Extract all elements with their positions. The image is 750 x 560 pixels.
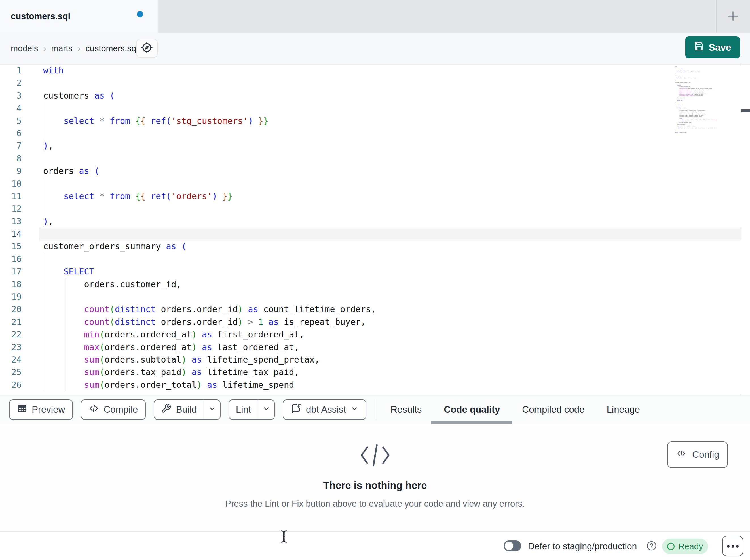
chevron-down-icon xyxy=(208,404,216,415)
line-number: 6 xyxy=(0,127,22,140)
ide-status-badge[interactable]: Ready xyxy=(662,539,708,554)
line-number: 23 xyxy=(0,341,22,353)
code-line[interactable] xyxy=(43,228,673,240)
editor-scrollbar-track xyxy=(741,65,741,395)
code-line[interactable]: count(distinct orders.order_id) as count… xyxy=(43,303,673,315)
empty-state-title: There is nothing here xyxy=(323,480,427,492)
dbt-assist-label: dbt Assist xyxy=(306,404,346,415)
panel-tab-results[interactable]: Results xyxy=(391,395,422,424)
compile-label: Compile xyxy=(103,404,138,415)
dbt-ide-window: customers.sql models›marts›customers.sql xyxy=(0,0,750,560)
line-number: 13 xyxy=(0,215,22,228)
table-icon xyxy=(17,403,27,416)
more-options-button[interactable] xyxy=(722,536,743,556)
chat-sparkle-icon xyxy=(291,403,301,416)
code-line[interactable]: orders as ( xyxy=(43,165,673,177)
scrollbar-thumb[interactable] xyxy=(741,109,750,112)
toggle-knob xyxy=(505,542,513,550)
line-number: 7 xyxy=(0,140,22,152)
tabbar-divider xyxy=(716,0,716,33)
defer-toggle[interactable] xyxy=(504,540,521,551)
line-number: 17 xyxy=(0,265,22,278)
code-line[interactable]: select * from {{ ref('orders') }} xyxy=(43,190,673,203)
unsaved-changes-dot xyxy=(137,11,143,17)
compass-icon xyxy=(140,41,153,55)
help-icon[interactable] xyxy=(646,540,657,552)
line-number: 26 xyxy=(0,379,22,391)
breadcrumb-item[interactable]: models xyxy=(11,44,38,53)
code-line[interactable] xyxy=(43,253,673,265)
status-bar: Defer to staging/production Ready xyxy=(0,532,750,560)
new-tab-button[interactable] xyxy=(726,9,740,24)
dbt-assist-button[interactable]: dbt Assist xyxy=(283,399,366,420)
chevron-down-icon xyxy=(262,404,270,415)
code-line[interactable] xyxy=(43,291,673,303)
preview-button[interactable]: Preview xyxy=(9,399,73,420)
text-cursor-pointer xyxy=(279,529,289,545)
line-number: 5 xyxy=(0,115,22,127)
panel-tab-lineage[interactable]: Lineage xyxy=(607,395,640,424)
compile-button[interactable]: Compile xyxy=(81,399,146,420)
code-line[interactable]: ), xyxy=(43,215,673,228)
line-number: 8 xyxy=(0,152,22,165)
code-line[interactable]: orders.customer_id, xyxy=(43,278,673,291)
build-dropdown-button[interactable] xyxy=(203,400,220,419)
save-button[interactable]: Save xyxy=(685,36,740,58)
code-line[interactable]: min(orders.ordered_at) as first_ordered_… xyxy=(43,328,673,341)
breadcrumb-item[interactable]: marts xyxy=(51,44,73,53)
tab-customers-sql[interactable]: customers.sql xyxy=(0,0,158,33)
status-label: Ready xyxy=(678,542,703,551)
lint-dropdown-button[interactable] xyxy=(258,400,274,419)
code-line[interactable]: count(distinct orders.order_id) > 1 as i… xyxy=(43,316,673,328)
code-line[interactable]: sum(orders.tax_paid) as lifetime_tax_pai… xyxy=(43,366,673,378)
code-line[interactable]: sum(orders.subtotal) as lifetime_spend_p… xyxy=(43,353,673,366)
config-label: Config xyxy=(692,449,719,460)
editor-toolbar: Preview Compile Build xyxy=(0,395,750,424)
line-number: 3 xyxy=(0,89,22,102)
code-line[interactable]: SELECT xyxy=(43,265,673,278)
code-line[interactable] xyxy=(43,152,673,165)
line-number: 4 xyxy=(0,102,22,115)
panel-tab-list: ResultsCode qualityCompiled codeLineage xyxy=(391,395,640,424)
explore-lineage-button[interactable] xyxy=(136,39,158,58)
line-number: 10 xyxy=(0,178,22,190)
code-line[interactable]: sum(orders.order_total) as lifetime_spen… xyxy=(43,379,673,391)
code-line[interactable] xyxy=(43,77,673,89)
code-pane[interactable]: withcustomers as ( select * from {{ ref(… xyxy=(43,65,673,391)
panel-tab-compiled-code[interactable]: Compiled code xyxy=(522,395,585,424)
code-line[interactable]: customer_orders_summary as ( xyxy=(43,240,673,253)
code-line[interactable]: customers as ( xyxy=(43,89,673,102)
code-line[interactable] xyxy=(43,178,673,190)
ellipsis-icon xyxy=(727,545,730,547)
code-line[interactable] xyxy=(43,102,673,115)
empty-state: There is nothing here Press the Lint or … xyxy=(0,424,750,532)
code-line[interactable]: ), xyxy=(43,140,673,152)
code-line[interactable] xyxy=(43,127,673,140)
code-editor[interactable]: 1234567891011121314151617181920212223242… xyxy=(0,65,750,395)
line-number: 21 xyxy=(0,316,22,328)
results-panel: There is nothing here Press the Lint or … xyxy=(0,424,750,532)
tab-title: customers.sql xyxy=(11,11,70,22)
file-header-bar: models›marts›customers.sql Save xyxy=(0,33,750,65)
code-line[interactable]: max(orders.ordered_at) as last_ordered_a… xyxy=(43,341,673,353)
line-number: 9 xyxy=(0,165,22,177)
editor-tab-bar: customers.sql xyxy=(0,0,750,33)
breadcrumb-item[interactable]: customers.sql xyxy=(86,44,138,53)
panel-tab-code-quality[interactable]: Code quality xyxy=(444,395,500,424)
lint-split-button: Lint xyxy=(229,399,275,420)
code-line[interactable]: with xyxy=(43,65,673,77)
build-button[interactable]: Build xyxy=(154,400,203,419)
breadcrumb: models›marts›customers.sql xyxy=(11,33,138,64)
breadcrumb-separator: › xyxy=(43,44,46,53)
line-number: 25 xyxy=(0,366,22,378)
line-number: 18 xyxy=(0,278,22,291)
build-split-button: Build xyxy=(154,399,220,420)
line-number: 12 xyxy=(0,203,22,215)
line-number: 24 xyxy=(0,353,22,366)
line-number: 16 xyxy=(0,253,22,265)
code-line[interactable] xyxy=(43,203,673,215)
config-button[interactable]: Config xyxy=(667,441,728,468)
code-line[interactable]: select * from {{ ref('stg_customers') }} xyxy=(43,115,673,127)
minimap[interactable]: with customers as ( select * from {{ ref… xyxy=(675,66,740,133)
lint-button[interactable]: Lint xyxy=(229,400,258,419)
